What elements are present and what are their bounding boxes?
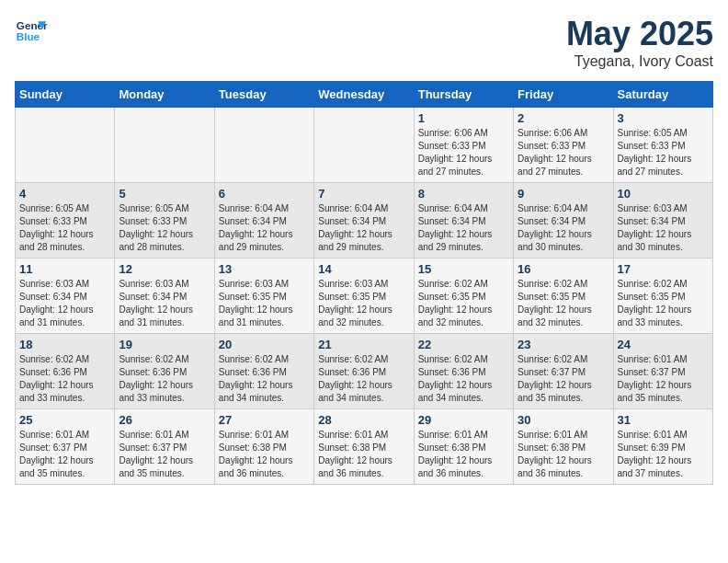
header-monday: Monday xyxy=(115,82,214,108)
day-info: Sunrise: 6:05 AM Sunset: 6:33 PM Dayligh… xyxy=(618,127,709,178)
day-number: 27 xyxy=(219,413,310,427)
day-number: 23 xyxy=(518,338,609,351)
day-number: 17 xyxy=(618,262,709,276)
day-info: Sunrise: 6:01 AM Sunset: 6:37 PM Dayligh… xyxy=(119,429,210,480)
logo: General Blue xyxy=(15,15,48,48)
header-sunday: Sunday xyxy=(16,82,115,108)
calendar-cell: 29Sunrise: 6:01 AM Sunset: 6:38 PM Dayli… xyxy=(414,409,513,485)
day-info: Sunrise: 6:03 AM Sunset: 6:34 PM Dayligh… xyxy=(19,278,110,329)
day-number: 4 xyxy=(19,187,110,201)
day-info: Sunrise: 6:01 AM Sunset: 6:37 PM Dayligh… xyxy=(19,429,110,480)
day-info: Sunrise: 6:02 AM Sunset: 6:35 PM Dayligh… xyxy=(618,278,709,329)
day-info: Sunrise: 6:04 AM Sunset: 6:34 PM Dayligh… xyxy=(518,202,609,254)
page-header: General Blue May 2025 Tyegana, Ivory Coa… xyxy=(15,15,713,70)
day-number: 7 xyxy=(318,187,409,201)
calendar-cell: 9Sunrise: 6:04 AM Sunset: 6:34 PM Daylig… xyxy=(514,183,613,259)
day-number: 29 xyxy=(418,413,509,427)
calendar-cell xyxy=(314,108,414,183)
header-thursday: Thursday xyxy=(414,82,513,108)
day-number: 3 xyxy=(618,111,709,125)
day-number: 13 xyxy=(219,262,310,276)
calendar-cell: 16Sunrise: 6:02 AM Sunset: 6:35 PM Dayli… xyxy=(514,259,613,334)
day-info: Sunrise: 6:01 AM Sunset: 6:38 PM Dayligh… xyxy=(418,429,509,480)
week-row-2: 11Sunrise: 6:03 AM Sunset: 6:34 PM Dayli… xyxy=(16,259,713,334)
day-info: Sunrise: 6:01 AM Sunset: 6:39 PM Dayligh… xyxy=(618,429,709,480)
calendar-cell: 20Sunrise: 6:02 AM Sunset: 6:36 PM Dayli… xyxy=(214,334,313,409)
calendar-cell xyxy=(214,108,313,183)
day-info: Sunrise: 6:04 AM Sunset: 6:34 PM Dayligh… xyxy=(219,202,310,254)
calendar-subtitle: Tyegana, Ivory Coast xyxy=(566,53,713,70)
svg-text:Blue: Blue xyxy=(17,30,40,42)
calendar-cell: 17Sunrise: 6:02 AM Sunset: 6:35 PM Dayli… xyxy=(613,259,712,334)
day-info: Sunrise: 6:02 AM Sunset: 6:36 PM Dayligh… xyxy=(119,353,210,405)
day-number: 1 xyxy=(418,111,509,125)
day-info: Sunrise: 6:05 AM Sunset: 6:33 PM Dayligh… xyxy=(119,202,210,254)
day-number: 30 xyxy=(518,413,609,427)
calendar-cell: 13Sunrise: 6:03 AM Sunset: 6:35 PM Dayli… xyxy=(214,259,313,334)
day-info: Sunrise: 6:02 AM Sunset: 6:36 PM Dayligh… xyxy=(219,353,310,405)
day-number: 18 xyxy=(19,338,110,351)
calendar-cell: 26Sunrise: 6:01 AM Sunset: 6:37 PM Dayli… xyxy=(115,409,214,485)
day-info: Sunrise: 6:02 AM Sunset: 6:36 PM Dayligh… xyxy=(19,353,110,405)
calendar-cell: 30Sunrise: 6:01 AM Sunset: 6:38 PM Dayli… xyxy=(514,409,613,485)
week-row-4: 25Sunrise: 6:01 AM Sunset: 6:37 PM Dayli… xyxy=(16,409,713,485)
calendar-header: SundayMondayTuesdayWednesdayThursdayFrid… xyxy=(16,82,713,108)
calendar-cell: 23Sunrise: 6:02 AM Sunset: 6:37 PM Dayli… xyxy=(514,334,613,409)
calendar-title: May 2025 xyxy=(566,15,713,53)
day-number: 25 xyxy=(19,413,110,427)
calendar-cell: 31Sunrise: 6:01 AM Sunset: 6:39 PM Dayli… xyxy=(613,409,712,485)
day-number: 12 xyxy=(119,262,210,276)
day-number: 14 xyxy=(318,262,409,276)
day-number: 21 xyxy=(318,338,409,351)
day-number: 6 xyxy=(219,187,310,201)
day-info: Sunrise: 6:01 AM Sunset: 6:38 PM Dayligh… xyxy=(518,429,609,480)
day-info: Sunrise: 6:05 AM Sunset: 6:33 PM Dayligh… xyxy=(19,202,110,254)
calendar-cell: 2Sunrise: 6:06 AM Sunset: 6:33 PM Daylig… xyxy=(514,108,613,183)
day-info: Sunrise: 6:06 AM Sunset: 6:33 PM Dayligh… xyxy=(418,127,509,178)
calendar-body: 1Sunrise: 6:06 AM Sunset: 6:33 PM Daylig… xyxy=(16,108,713,485)
calendar-cell xyxy=(115,108,214,183)
calendar-cell: 5Sunrise: 6:05 AM Sunset: 6:33 PM Daylig… xyxy=(115,183,214,259)
day-number: 8 xyxy=(418,187,509,201)
day-info: Sunrise: 6:03 AM Sunset: 6:34 PM Dayligh… xyxy=(618,202,709,254)
day-info: Sunrise: 6:06 AM Sunset: 6:33 PM Dayligh… xyxy=(518,127,609,178)
header-friday: Friday xyxy=(514,82,613,108)
calendar-table: SundayMondayTuesdayWednesdayThursdayFrid… xyxy=(15,81,713,485)
day-number: 11 xyxy=(19,262,110,276)
day-info: Sunrise: 6:02 AM Sunset: 6:37 PM Dayligh… xyxy=(518,353,609,405)
day-info: Sunrise: 6:01 AM Sunset: 6:38 PM Dayligh… xyxy=(318,429,409,480)
day-info: Sunrise: 6:03 AM Sunset: 6:35 PM Dayligh… xyxy=(318,278,409,329)
day-number: 19 xyxy=(119,338,210,351)
calendar-cell xyxy=(16,108,115,183)
calendar-cell: 15Sunrise: 6:02 AM Sunset: 6:35 PM Dayli… xyxy=(414,259,513,334)
header-row: SundayMondayTuesdayWednesdayThursdayFrid… xyxy=(16,82,713,108)
week-row-0: 1Sunrise: 6:06 AM Sunset: 6:33 PM Daylig… xyxy=(16,108,713,183)
calendar-cell: 27Sunrise: 6:01 AM Sunset: 6:38 PM Dayli… xyxy=(214,409,313,485)
day-number: 2 xyxy=(518,111,609,125)
day-info: Sunrise: 6:02 AM Sunset: 6:36 PM Dayligh… xyxy=(418,353,509,405)
logo-icon: General Blue xyxy=(15,15,48,48)
calendar-cell: 3Sunrise: 6:05 AM Sunset: 6:33 PM Daylig… xyxy=(613,108,712,183)
day-number: 5 xyxy=(119,187,210,201)
week-row-3: 18Sunrise: 6:02 AM Sunset: 6:36 PM Dayli… xyxy=(16,334,713,409)
calendar-cell: 18Sunrise: 6:02 AM Sunset: 6:36 PM Dayli… xyxy=(16,334,115,409)
calendar-cell: 6Sunrise: 6:04 AM Sunset: 6:34 PM Daylig… xyxy=(214,183,313,259)
day-number: 24 xyxy=(618,338,709,351)
header-tuesday: Tuesday xyxy=(214,82,313,108)
day-number: 28 xyxy=(318,413,409,427)
day-number: 10 xyxy=(618,187,709,201)
calendar-cell: 8Sunrise: 6:04 AM Sunset: 6:34 PM Daylig… xyxy=(414,183,513,259)
title-block: May 2025 Tyegana, Ivory Coast xyxy=(566,15,713,70)
calendar-cell: 10Sunrise: 6:03 AM Sunset: 6:34 PM Dayli… xyxy=(613,183,712,259)
calendar-cell: 22Sunrise: 6:02 AM Sunset: 6:36 PM Dayli… xyxy=(414,334,513,409)
calendar-cell: 12Sunrise: 6:03 AM Sunset: 6:34 PM Dayli… xyxy=(115,259,214,334)
day-number: 31 xyxy=(618,413,709,427)
day-info: Sunrise: 6:04 AM Sunset: 6:34 PM Dayligh… xyxy=(318,202,409,254)
week-row-1: 4Sunrise: 6:05 AM Sunset: 6:33 PM Daylig… xyxy=(16,183,713,259)
calendar-cell: 11Sunrise: 6:03 AM Sunset: 6:34 PM Dayli… xyxy=(16,259,115,334)
day-info: Sunrise: 6:02 AM Sunset: 6:35 PM Dayligh… xyxy=(418,278,509,329)
day-info: Sunrise: 6:01 AM Sunset: 6:38 PM Dayligh… xyxy=(219,429,310,480)
day-info: Sunrise: 6:02 AM Sunset: 6:36 PM Dayligh… xyxy=(318,353,409,405)
calendar-cell: 14Sunrise: 6:03 AM Sunset: 6:35 PM Dayli… xyxy=(314,259,414,334)
day-number: 9 xyxy=(518,187,609,201)
